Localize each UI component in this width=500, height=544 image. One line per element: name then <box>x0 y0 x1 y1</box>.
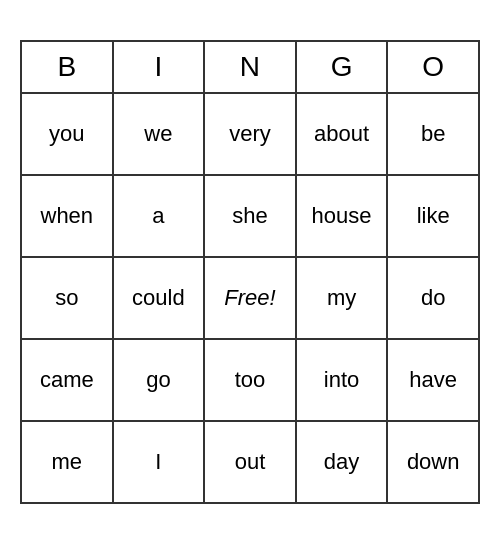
cell-2-2: a <box>114 176 206 256</box>
cell-5-2: I <box>114 422 206 502</box>
cell-2-5: like <box>388 176 478 256</box>
cell-4-4: into <box>297 340 389 420</box>
cell-3-4: my <box>297 258 389 338</box>
cell-5-4: day <box>297 422 389 502</box>
header-i: I <box>114 42 206 92</box>
header-o: O <box>388 42 478 92</box>
header-n: N <box>205 42 297 92</box>
cell-4-3: too <box>205 340 297 420</box>
header-row: B I N G O <box>22 42 478 94</box>
cell-3-3-free: Free! <box>205 258 297 338</box>
cell-1-5: be <box>388 94 478 174</box>
cell-2-3: she <box>205 176 297 256</box>
cell-3-1: so <box>22 258 114 338</box>
cell-5-1: me <box>22 422 114 502</box>
cell-2-4: house <box>297 176 389 256</box>
cell-3-5: do <box>388 258 478 338</box>
bingo-card: B I N G O you we very about be when a sh… <box>20 40 480 504</box>
cell-1-3: very <box>205 94 297 174</box>
cell-5-5: down <box>388 422 478 502</box>
row-1: you we very about be <box>22 94 478 176</box>
row-4: came go too into have <box>22 340 478 422</box>
cell-5-3: out <box>205 422 297 502</box>
row-5: me I out day down <box>22 422 478 502</box>
header-b: B <box>22 42 114 92</box>
cell-4-5: have <box>388 340 478 420</box>
cell-2-1: when <box>22 176 114 256</box>
cell-4-1: came <box>22 340 114 420</box>
header-g: G <box>297 42 389 92</box>
cell-1-1: you <box>22 94 114 174</box>
cell-4-2: go <box>114 340 206 420</box>
cell-3-2: could <box>114 258 206 338</box>
row-3: so could Free! my do <box>22 258 478 340</box>
cell-1-2: we <box>114 94 206 174</box>
row-2: when a she house like <box>22 176 478 258</box>
cell-1-4: about <box>297 94 389 174</box>
